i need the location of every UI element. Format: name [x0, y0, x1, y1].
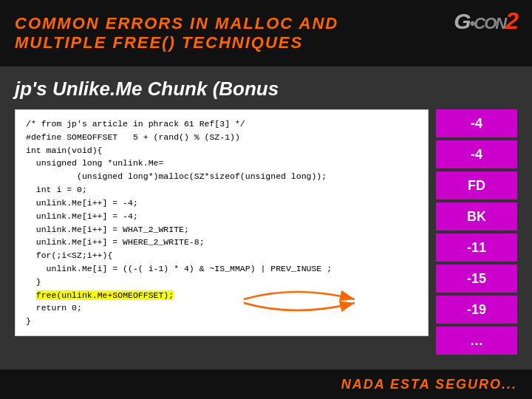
code-line-5: (unsigned long*)malloc(SZ*sizeof(unsigne… — [26, 170, 417, 183]
code-line-4: unsigned long *unlink.Me= — [26, 157, 417, 170]
code-line-13: } — [26, 276, 417, 289]
right-item-5: -11 — [436, 233, 517, 262]
slide-title: jp's Unlike.Me Chunk (Bonus — [15, 78, 517, 100]
footer-text: NADA ESTA SEGURO... — [341, 377, 517, 392]
code-block: /* from jp's article in phrack 61 Ref[3]… — [15, 109, 429, 336]
right-item-1: -4 — [436, 109, 517, 137]
right-item-4: BK — [436, 202, 517, 231]
code-line-3: int main(void){ — [26, 144, 417, 157]
code-line-7: unlink.Me[i++] = -4; — [26, 197, 417, 210]
right-item-6: -15 — [436, 265, 517, 293]
code-line-14: free(unlink.Me+SOMEOFFSET); — [26, 289, 417, 302]
code-line-11: for(;i<SZ;i++){ — [26, 249, 417, 262]
right-item-2: -4 — [436, 140, 517, 168]
code-line-15: return 0; — [26, 301, 417, 315]
code-line-16: } — [26, 315, 417, 328]
gcon-logo: G•CON2 — [454, 7, 517, 35]
right-panel: -4 -4 FD BK -11 -15 -19 … — [436, 109, 517, 355]
code-line-6: int i = 0; — [26, 183, 417, 197]
code-line-8: unlink.Me[i++] = -4; — [26, 210, 417, 223]
right-item-7: -19 — [436, 296, 517, 324]
top-banner: COMMON ERRORS IN MALLOC AND MULTIPLE FRE… — [0, 0, 532, 66]
right-item-3: FD — [436, 171, 517, 200]
code-highlight: free(unlink.Me+SOMEOFFSET); — [36, 290, 174, 300]
code-line-1: /* from jp's article in phrack 61 Ref[3]… — [26, 117, 417, 131]
code-line-9: unlink.Me[i++] = WHAT_2_WRITE; — [26, 223, 417, 236]
bottom-bar: NADA ESTA SEGURO... — [0, 369, 532, 399]
content-row: /* from jp's article in phrack 61 Ref[3]… — [15, 109, 517, 355]
code-line-2: #define SOMEOFFSET 5 + (rand() % (SZ-1)) — [26, 131, 417, 144]
banner-title: COMMON ERRORS IN MALLOC AND MULTIPLE FRE… — [15, 14, 338, 53]
main-content: jp's Unlike.Me Chunk (Bonus /* from jp's… — [0, 66, 532, 399]
code-line-10: unlink.Me[i++] = WHERE_2_WRITE-8; — [26, 236, 417, 249]
code-line-12: unlink.Me[i] = ((-( i-1) * 4) & ~IS_MMAP… — [26, 262, 417, 276]
right-item-8: … — [436, 327, 517, 355]
